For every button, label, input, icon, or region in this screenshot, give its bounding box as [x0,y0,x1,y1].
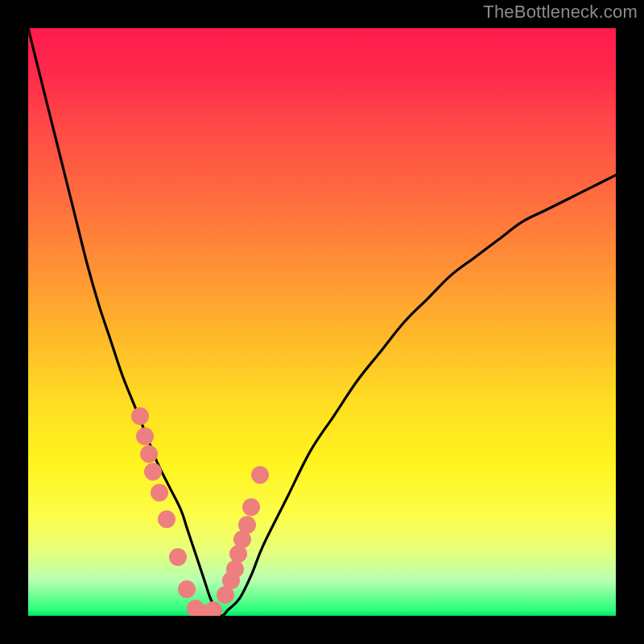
data-dot [144,463,162,481]
data-dot [251,466,269,484]
data-dot [140,445,158,463]
data-dot [242,498,260,516]
watermark-text: TheBottleneck.com [483,2,638,23]
data-dot [226,560,244,578]
data-dot [204,601,222,616]
data-dot [169,548,187,566]
data-dot [238,516,256,534]
data-dot [151,484,168,502]
data-dot [229,545,247,563]
chart-frame: TheBottleneck.com [0,0,644,644]
data-dots-layer [28,28,616,616]
data-dot [158,510,175,528]
plot-area [28,28,616,616]
data-dot [136,427,154,445]
data-dot [178,580,196,598]
data-dot [131,407,149,425]
